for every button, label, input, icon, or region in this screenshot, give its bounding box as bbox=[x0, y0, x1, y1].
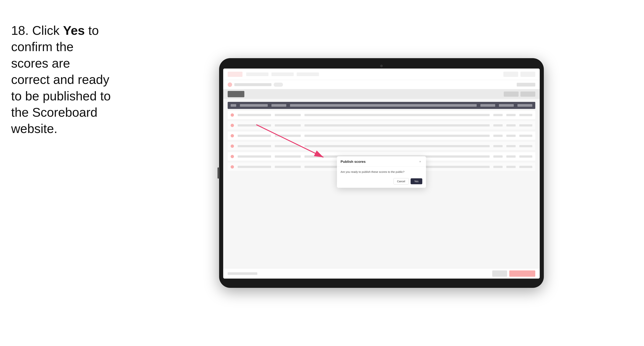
instruction-part1: Click bbox=[29, 23, 63, 37]
app-ui: Publish scores × Are you ready to publis… bbox=[223, 69, 540, 279]
modal-message: Are you ready to publish these scores to… bbox=[341, 170, 422, 174]
modal-body: Are you ready to publish these scores to… bbox=[337, 167, 426, 178]
step-number: 18. bbox=[11, 23, 29, 37]
tablet-bezel-top bbox=[223, 63, 540, 69]
instruction-text: 18. Click Yes to confirm the scores are … bbox=[11, 11, 119, 137]
modal-header: Publish scores × bbox=[337, 156, 426, 167]
tablet-frame: Publish scores × Are you ready to publis… bbox=[219, 58, 544, 288]
modal-actions: Cancel Yes bbox=[337, 178, 426, 188]
modal-title: Publish scores bbox=[341, 160, 366, 164]
instruction-bold: Yes bbox=[63, 23, 85, 37]
tablet-outer: Publish scores × Are you ready to publis… bbox=[119, 11, 644, 335]
yes-button[interactable]: Yes bbox=[410, 178, 422, 184]
instruction-part2: to confirm the scores are correct and re… bbox=[11, 23, 111, 136]
page-layout: 18. Click Yes to confirm the scores are … bbox=[0, 0, 644, 346]
tablet-screen: Publish scores × Are you ready to publis… bbox=[223, 69, 540, 279]
modal-close-button[interactable]: × bbox=[418, 160, 422, 164]
cancel-button[interactable]: Cancel bbox=[394, 178, 409, 184]
publish-scores-dialog: Publish scores × Are you ready to publis… bbox=[337, 156, 426, 188]
camera-dot bbox=[380, 65, 383, 67]
tablet-side-button bbox=[218, 168, 219, 178]
